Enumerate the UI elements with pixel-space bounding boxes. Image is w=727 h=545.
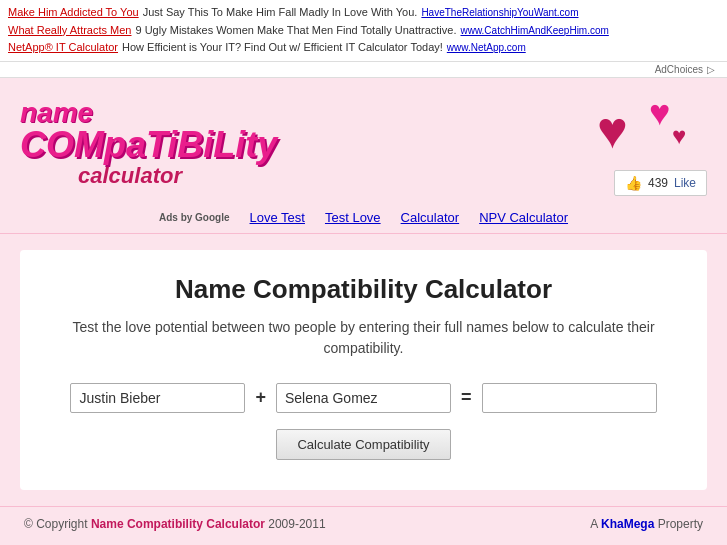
header: name COMpaTiBiLity calculator 👍 439 Like (0, 78, 727, 204)
logo: name COMpaTiBiLity calculator (20, 99, 240, 189)
like-count: 439 (648, 176, 668, 190)
ad-row-1: Make Him Addicted To You Just Say This T… (8, 4, 719, 22)
copyright-text: © Copyright (24, 517, 91, 531)
page-title: Name Compatibility Calculator (50, 274, 677, 305)
ad-body-3: How Efficient is Your IT? Find Out w/ Ef… (122, 39, 443, 57)
calculate-button[interactable]: Calculate Compatibility (276, 429, 450, 460)
year-text: 2009-2011 (265, 517, 326, 531)
adchoices-text: AdChoices (655, 64, 703, 75)
ad-row-3: NetApp® IT Calculator How Efficient is Y… (8, 39, 719, 57)
logo-name: name (20, 99, 240, 127)
ad-body-2: 9 Ugly Mistakes Women Make That Men Find… (136, 22, 457, 40)
ad-site-3[interactable]: www.NetApp.com (447, 40, 526, 56)
calculator-form: + = (50, 383, 677, 413)
brand-link[interactable]: Name Compatibility Calculator (91, 517, 265, 531)
heart-large-icon (597, 100, 628, 160)
heart-small-icon (672, 122, 686, 150)
plus-sign: + (255, 387, 266, 408)
heart-medium-icon (649, 92, 670, 134)
adchoices-bar: AdChoices ▷ (0, 62, 727, 78)
nav-link-love-test[interactable]: Love Test (250, 210, 305, 225)
name2-input[interactable] (276, 383, 451, 413)
footer-copyright: © Copyright Name Compatibility Calculato… (24, 517, 326, 531)
ad-bar: Make Him Addicted To You Just Say This T… (0, 0, 727, 62)
ad-body-1: Just Say This To Make Him Fall Madly In … (143, 4, 418, 22)
logo-calculator: calculator (20, 163, 240, 189)
page-subtitle: Test the love potential between two peop… (50, 317, 677, 359)
ads-by-google-label: Ads by Google (159, 212, 230, 223)
nav: Ads by Google Love Test Test Love Calcul… (0, 204, 727, 234)
nav-link-test-love[interactable]: Test Love (325, 210, 381, 225)
ad-link-3[interactable]: NetApp® IT Calculator (8, 39, 118, 57)
thumbs-up-icon: 👍 (625, 175, 642, 191)
ad-link-2[interactable]: What Really Attracts Men (8, 22, 132, 40)
footer-right-suffix: Property (654, 517, 703, 531)
footer-right: A KhaMega Property (590, 517, 703, 531)
equals-sign: = (461, 387, 472, 408)
result-field (482, 383, 657, 413)
nav-link-npv-calculator[interactable]: NPV Calculator (479, 210, 568, 225)
like-label: Like (674, 176, 696, 190)
footer: © Copyright Name Compatibility Calculato… (0, 506, 727, 541)
hearts-decoration (577, 92, 707, 162)
calc-button-row: Calculate Compatibility (50, 429, 677, 460)
main-content: Name Compatibility Calculator Test the l… (20, 250, 707, 490)
name1-input[interactable] (70, 383, 245, 413)
logo-compatibility: COMpaTiBiLity (20, 127, 240, 163)
ad-row-2: What Really Attracts Men 9 Ugly Mistakes… (8, 22, 719, 40)
ad-site-2[interactable]: www.CatchHimAndKeepHim.com (460, 23, 608, 39)
footer-right-prefix: A (590, 517, 601, 531)
adchoices-icon: ▷ (707, 64, 715, 75)
khamega-link[interactable]: KhaMega (601, 517, 654, 531)
header-right: 👍 439 Like (577, 92, 707, 196)
like-box[interactable]: 👍 439 Like (614, 170, 707, 196)
ad-site-1[interactable]: HaveTheRelationshipYouWant.com (421, 5, 578, 21)
ad-link-1[interactable]: Make Him Addicted To You (8, 4, 139, 22)
nav-link-calculator[interactable]: Calculator (401, 210, 460, 225)
